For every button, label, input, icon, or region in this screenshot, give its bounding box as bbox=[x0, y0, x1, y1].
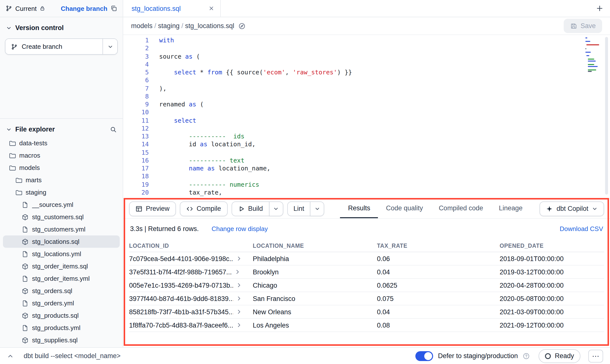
expand-cell-icon[interactable] bbox=[236, 322, 242, 328]
tab-compiled-code[interactable]: Compiled code bbox=[431, 199, 491, 218]
table-row[interactable]: 7c079cea-5ed4-4101-906e-9198c...Philadel… bbox=[129, 252, 604, 265]
folder-icon bbox=[15, 177, 22, 183]
version-control-header[interactable]: Version control bbox=[0, 22, 123, 33]
expand-cell-icon[interactable] bbox=[236, 296, 242, 301]
git-branch-icon bbox=[5, 5, 12, 12]
cell-location-id: 858218fb-73f7-4b1b-a31f-57b345... bbox=[129, 308, 253, 315]
line-number: 2 bbox=[123, 45, 149, 53]
status-right-group: Defer to staging/production Ready ⋯ bbox=[415, 349, 603, 363]
code-line: ---------- text bbox=[159, 157, 610, 165]
line-number: 10 bbox=[123, 109, 149, 117]
ide-status-button[interactable]: Ready bbox=[539, 349, 580, 363]
help-icon[interactable] bbox=[523, 352, 530, 359]
defer-toggle[interactable] bbox=[415, 351, 433, 361]
breadcrumb-separator: / bbox=[152, 22, 158, 30]
file-tree-item-stg_locations.sql[interactable]: stg_locations.sql bbox=[3, 235, 120, 248]
compass-icon[interactable] bbox=[239, 22, 246, 29]
file-tree-item-marts[interactable]: marts bbox=[3, 174, 120, 186]
location-id-value: 7c079cea-5ed4-4101-906e-9198c... bbox=[129, 255, 233, 262]
file-tree-item-staging[interactable]: staging bbox=[3, 186, 120, 199]
breadcrumb-part: stg_locations.sql bbox=[185, 22, 234, 30]
new-tab-button[interactable] bbox=[596, 5, 603, 12]
compile-button[interactable]: Compile bbox=[180, 201, 227, 216]
file-tree-item-stg_supplies.sql[interactable]: stg_supplies.sql bbox=[3, 334, 120, 346]
file-tree-item-stg_order_items.sql[interactable]: stg_order_items.sql bbox=[3, 260, 120, 272]
minimap[interactable] bbox=[585, 37, 601, 73]
file-tree-item-data-tests[interactable]: data-tests bbox=[3, 137, 120, 149]
location-id-value: 3977f440-b87d-461b-9dd6-81839... bbox=[129, 295, 233, 302]
compile-label: Compile bbox=[197, 205, 221, 212]
file-tree-item-stg_locations.yml[interactable]: stg_locations.yml bbox=[3, 248, 120, 260]
lint-button[interactable]: Lint bbox=[287, 201, 310, 216]
file-tree-item-stg_orders.yml[interactable]: stg_orders.yml bbox=[3, 297, 120, 309]
file-explorer-header[interactable]: File explorer bbox=[0, 124, 123, 135]
table-row[interactable]: 3977f440-b87d-461b-9dd6-81839...San Fran… bbox=[129, 292, 604, 305]
minimap-line bbox=[588, 64, 594, 65]
code-line: ---------- ids bbox=[159, 132, 610, 141]
collapse-panel-button[interactable] bbox=[7, 352, 14, 359]
model-icon bbox=[22, 263, 29, 270]
play-icon bbox=[238, 205, 245, 212]
file-tree-item-stg_orders.sql[interactable]: stg_orders.sql bbox=[3, 285, 120, 297]
table-row[interactable]: 005e7e1c-1935-4269-b479-0713b...Chicago0… bbox=[129, 279, 604, 292]
code-line: select * from {{ source('ecom', 'raw_sto… bbox=[159, 68, 610, 77]
code-line bbox=[159, 77, 610, 85]
model-icon bbox=[22, 287, 29, 294]
file-tree-item-macros[interactable]: macros bbox=[3, 149, 120, 162]
code-line: name as location_name, bbox=[159, 165, 610, 173]
file-tree-item-models[interactable]: models bbox=[3, 162, 120, 174]
file-name: stg_order_items.yml bbox=[32, 275, 90, 282]
tab-stg-locations-sql[interactable]: stg_locations.sql bbox=[123, 0, 221, 17]
table-row[interactable]: 1f8ffa70-7cb5-4d83-8a7f-9aceef6...Los An… bbox=[129, 319, 604, 332]
results-panel: Preview Compile Build bbox=[123, 199, 610, 347]
expand-cell-icon[interactable] bbox=[235, 269, 241, 275]
code-editor[interactable]: 1234567891011121314151617181920 withsour… bbox=[123, 35, 610, 199]
create-branch-button[interactable]: Create branch bbox=[5, 39, 102, 54]
code-line bbox=[159, 149, 610, 157]
search-icon[interactable] bbox=[110, 126, 117, 133]
line-number: 18 bbox=[123, 173, 149, 181]
expand-cell-icon[interactable] bbox=[236, 256, 242, 262]
tab-results[interactable]: Results bbox=[340, 199, 378, 218]
tab-lineage[interactable]: Lineage bbox=[491, 199, 530, 218]
change-branch-link[interactable]: Change branch bbox=[61, 5, 107, 12]
table-body: 7c079cea-5ed4-4101-906e-9198c...Philadel… bbox=[129, 252, 604, 332]
preview-button[interactable]: Preview bbox=[129, 201, 176, 216]
chevron-down-icon bbox=[6, 25, 12, 31]
expand-cell-icon[interactable] bbox=[236, 282, 242, 288]
expand-cell-icon[interactable] bbox=[236, 309, 242, 315]
column-header: OPENED_DATE bbox=[500, 243, 604, 248]
editor-scrollbar[interactable] bbox=[605, 37, 608, 195]
minimap-line bbox=[588, 71, 592, 72]
code-line bbox=[159, 93, 610, 101]
close-icon[interactable] bbox=[208, 5, 214, 11]
sidebar: Current Change branch Version control bbox=[0, 0, 123, 347]
file-tree: data-testsmacrosmodelsmartsstaging__sour… bbox=[0, 137, 123, 346]
file-tree-item-stg_customers.sql[interactable]: stg_customers.sql bbox=[3, 211, 120, 223]
table-row[interactable]: 37e5f311-b7f4-4f2f-988b-719657...Brookly… bbox=[129, 265, 604, 279]
query-summary: 3.3s | Returned 6 rows. bbox=[130, 225, 199, 232]
table-row[interactable]: 858218fb-73f7-4b1b-a31f-57b345...New Orl… bbox=[129, 305, 604, 319]
build-options-button[interactable] bbox=[269, 201, 283, 216]
command-input[interactable]: dbt build --select <model_name> bbox=[24, 352, 120, 360]
chevron-up-icon bbox=[7, 352, 14, 359]
dbt-copilot-button[interactable]: dbt Copilot bbox=[540, 201, 604, 216]
change-row-display-link[interactable]: Change row display bbox=[212, 225, 268, 232]
tab-code-quality[interactable]: Code quality bbox=[378, 199, 431, 218]
file-tree-item-stg_products.yml[interactable]: stg_products.yml bbox=[3, 322, 120, 334]
save-button[interactable]: Save bbox=[564, 19, 602, 33]
create-branch-options-button[interactable] bbox=[102, 39, 117, 54]
model-icon bbox=[22, 214, 29, 220]
file-name: data-tests bbox=[19, 139, 47, 147]
copy-icon[interactable] bbox=[110, 5, 117, 12]
lint-options-button[interactable] bbox=[310, 201, 324, 216]
download-csv-link[interactable]: Download CSV bbox=[560, 225, 603, 232]
code-line: ---------- numerics bbox=[159, 181, 610, 189]
more-options-button[interactable]: ⋯ bbox=[588, 349, 603, 362]
file-tree-item-stg_order_items.yml[interactable]: stg_order_items.yml bbox=[3, 272, 120, 285]
file-tree-item-stg_products.sql[interactable]: stg_products.sql bbox=[3, 309, 120, 322]
cell: 0.06 bbox=[377, 255, 500, 262]
build-button[interactable]: Build bbox=[231, 201, 269, 216]
file-tree-item-__sources.yml[interactable]: __sources.yml bbox=[3, 199, 120, 211]
file-tree-item-stg_customers.yml[interactable]: stg_customers.yml bbox=[3, 223, 120, 235]
